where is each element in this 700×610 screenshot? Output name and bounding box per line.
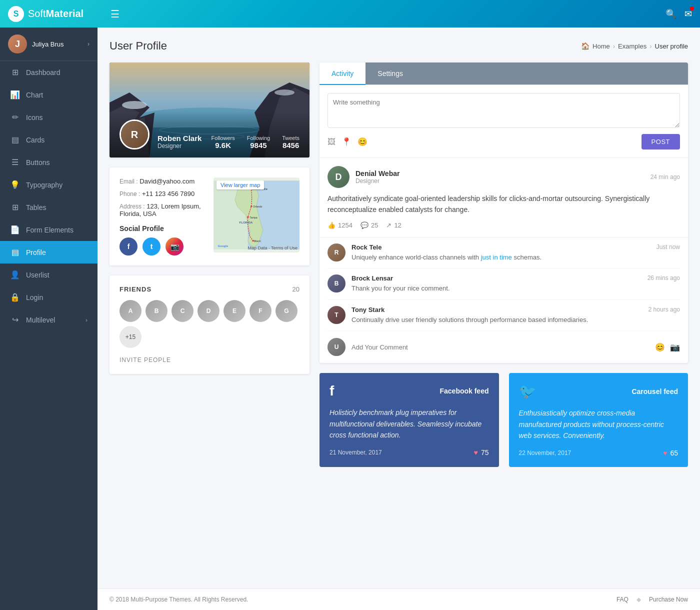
friends-title: FRIENDS <box>120 286 152 293</box>
svg-point-8 <box>274 90 294 96</box>
comment-action[interactable]: 💬 25 <box>360 222 378 229</box>
image-tool[interactable]: 🖼 <box>328 138 336 146</box>
footer-purchase[interactable]: Purchase Now <box>649 596 688 603</box>
post-button[interactable]: POST <box>642 134 680 150</box>
profile-name: Roben Clark <box>158 134 204 142</box>
comment-avatar: R <box>328 244 346 262</box>
sidebar-item-profile[interactable]: ▤ Profile <box>0 241 98 264</box>
sidebar-item-label: Multilevel <box>26 316 55 324</box>
contact-card: Email : David@yahoo.com Phone : +11 123 … <box>110 168 310 266</box>
comment-input-tools: 😊 📷 <box>655 342 680 352</box>
emoji-tool[interactable]: 😊 <box>358 137 368 146</box>
sidebar-item-buttons[interactable]: ☰ Buttons <box>0 151 98 174</box>
sidebar-item-chart[interactable]: 📊 Chart <box>0 84 98 106</box>
friend-avatar[interactable]: F <box>250 300 272 322</box>
sidebar-item-label: Icons <box>26 114 42 122</box>
comment-item: R Rock Tele Just now Uniquely enhance wo… <box>328 238 680 269</box>
sidebar-item-typography[interactable]: 💡 Typography <box>0 174 98 196</box>
friend-avatar[interactable]: D <box>198 300 220 322</box>
comment-text: Continually drive user friendly solution… <box>352 315 680 325</box>
map-view-larger[interactable]: View larger map <box>216 180 264 190</box>
footer-faq[interactable]: FAQ <box>616 596 628 603</box>
sidebar: J Juliya Brus › ⊞ Dashboard 📊 Chart ✏ Ic… <box>0 0 98 610</box>
twitter-feed-card: 🐦 Carousel feed Enthusiastically optimiz… <box>509 373 688 467</box>
feed-date: 22 November, 2017 <box>519 450 572 456</box>
comment-author: Tony Stark <box>352 306 384 314</box>
followers-stat: Followers 9.6K <box>212 135 235 150</box>
share-action[interactable]: ↗ 12 <box>386 222 401 229</box>
post-author-info: Denial Webar Designer <box>356 170 400 184</box>
invite-people-button[interactable]: INVITE PEOPLE <box>120 356 171 364</box>
sidebar-item-label: Userlist <box>26 271 50 279</box>
comment-avatar: T <box>328 306 346 324</box>
like-count: 65 <box>670 449 678 457</box>
friend-avatar[interactable]: A <box>120 300 142 322</box>
friends-count: 20 <box>292 286 300 293</box>
comment-text: Thank you for your nice comment. <box>352 284 680 294</box>
map-footer: Map Data · Terms of Use <box>248 246 298 250</box>
comment-author: Brock Lensar <box>352 274 393 282</box>
logo-icon: S <box>8 6 24 22</box>
mail-icon[interactable]: ✉ <box>684 8 692 20</box>
post-author-avatar: D <box>328 166 350 188</box>
sidebar-item-tables[interactable]: ⊞ Tables <box>0 196 98 218</box>
friends-more[interactable]: +15 <box>120 326 142 348</box>
comment-body: Rock Tele Just now Uniquely enhance worl… <box>352 244 680 262</box>
sidebar-item-multilevel[interactable]: ↪ Multilevel › <box>0 308 98 331</box>
contact-info: Email : David@yahoo.com Phone : +11 123 … <box>120 178 206 256</box>
mail-badge <box>690 6 694 10</box>
breadcrumb-examples[interactable]: Examples <box>618 42 646 50</box>
sidebar-item-label: Chart <box>26 91 43 99</box>
content-grid: R Roben Clark Designer Followers 9.6K <box>110 62 688 467</box>
footer-copyright: © 2018 Multi-Purpose Themes. All Rights … <box>110 596 248 603</box>
friend-avatar[interactable]: C <box>172 300 194 322</box>
friend-avatar[interactable]: B <box>146 300 168 322</box>
share-icon: ↗ <box>386 222 392 229</box>
home-icon: 🏠 <box>581 42 590 50</box>
like-action[interactable]: 👍 1254 <box>328 222 352 229</box>
like-count: 1254 <box>338 222 352 229</box>
sidebar-item-label: Form Elements <box>26 226 74 234</box>
tab-settings[interactable]: Settings <box>366 62 688 84</box>
profile-overlay: R Roben Clark Designer Followers 9.6K <box>110 112 310 158</box>
post-textarea[interactable] <box>328 93 680 128</box>
svg-text:Tampa: Tampa <box>250 216 258 219</box>
sidebar-item-label: Profile <box>26 248 46 256</box>
post-actions: 👍 1254 💬 25 ↗ 12 <box>328 222 680 229</box>
sidebar-item-dashboard[interactable]: ⊞ Dashboard <box>0 61 98 84</box>
hamburger-button[interactable]: ☰ <box>110 8 120 20</box>
location-tool[interactable]: 📍 <box>342 137 352 146</box>
tab-activity[interactable]: Activity <box>320 62 366 84</box>
comment-body: Tony Stark 2 hours ago Continually drive… <box>352 306 680 325</box>
facebook-button[interactable]: f <box>120 238 138 256</box>
map-container: Jacksonville Orlando Tampa FLORIDA Miami <box>214 178 300 252</box>
comment-camera-tool[interactable]: 📷 <box>670 342 680 352</box>
comment-emoji-tool[interactable]: 😊 <box>655 342 665 352</box>
left-column: R Roben Clark Designer Followers 9.6K <box>110 62 310 467</box>
profile-role: Designer <box>158 142 204 150</box>
multilevel-icon: ↪ <box>10 315 20 324</box>
instagram-button[interactable]: 📷 <box>166 238 184 256</box>
sidebar-item-form-elements[interactable]: 📄 Form Elements <box>0 218 98 241</box>
friend-avatar[interactable]: E <box>224 300 246 322</box>
twitter-button[interactable]: t <box>142 238 160 256</box>
friend-avatar[interactable]: G <box>276 300 298 322</box>
search-icon[interactable]: 🔍 <box>666 8 676 20</box>
icons-icon: ✏ <box>10 112 20 122</box>
comment-text: Uniquely enhance world-class channels wi… <box>352 252 680 262</box>
sidebar-item-cards[interactable]: ▤ Cards <box>0 128 98 151</box>
app-logo: S SoftMaterial <box>8 6 106 22</box>
sidebar-item-label: Typography <box>26 181 62 189</box>
app-name: SoftMaterial <box>28 8 84 20</box>
twitter-icon: 🐦 <box>519 383 536 400</box>
comment-input-field[interactable] <box>352 344 649 351</box>
sidebar-item-login[interactable]: 🔒 Login <box>0 286 98 308</box>
sidebar-item-icons[interactable]: ✏ Icons <box>0 106 98 128</box>
sidebar-user[interactable]: J Juliya Brus › <box>0 28 98 61</box>
post-author-name: Denial Webar <box>356 170 400 178</box>
form-icon: 📄 <box>10 225 20 234</box>
sidebar-item-label: Cards <box>26 136 44 144</box>
sidebar-item-userlist[interactable]: 👤 Userlist <box>0 264 98 286</box>
breadcrumb-home[interactable]: Home <box>592 42 610 50</box>
phone-row: Phone : +11 123 456 7890 <box>120 190 206 198</box>
